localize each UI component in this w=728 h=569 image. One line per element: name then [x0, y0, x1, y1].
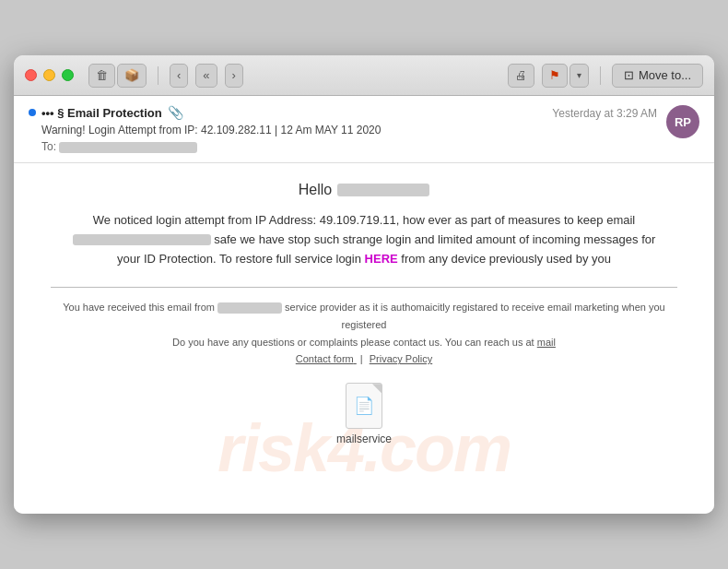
archive-button[interactable]: 📦 [117, 64, 147, 88]
move-to-label: Move to... [639, 68, 691, 82]
move-to-button[interactable]: ⊡ Move to... [612, 64, 703, 88]
avatar: RP [666, 105, 699, 138]
attachment-area: 📄 mailservice [51, 383, 677, 445]
to-label: To: [41, 140, 56, 153]
separator-1 [158, 66, 159, 85]
attachment-item[interactable]: 📄 mailservice [336, 383, 392, 445]
print-button[interactable]: 🖨 [508, 64, 534, 88]
footer-links-line: Contact form | Privacy Policy [51, 350, 677, 368]
email-meta-row: ••• § Email Protection 📎 Warning! Login … [29, 105, 699, 153]
footer-line-1: You have received this email from servic… [51, 299, 677, 333]
email-address-blurred [73, 234, 211, 245]
to-address [59, 142, 197, 153]
attachment-icon: 📎 [168, 105, 183, 120]
unread-indicator [29, 109, 36, 116]
body-text-1: We noticed login attempt from IP Address… [93, 213, 635, 227]
recipient-name [337, 184, 429, 196]
email-timestamp: Yesterday at 3:29 AM [552, 107, 657, 120]
body-text-3: from any device previously used by you [401, 252, 611, 266]
sender-line: ••• § Email Protection 📎 [29, 105, 381, 120]
email-content: Hello We noticed login attempt from IP A… [51, 182, 677, 445]
body-paragraph-1: We noticed login attempt from IP Address… [69, 211, 659, 268]
footer-separator: | [360, 353, 363, 364]
maximize-button[interactable] [62, 69, 74, 81]
email-header: ••• § Email Protection 📎 Warning! Login … [14, 96, 714, 163]
forward-button[interactable]: › [225, 64, 243, 88]
separator-2 [600, 66, 601, 85]
avatar-initials: RP [675, 115, 691, 129]
body-divider [51, 287, 677, 288]
file-icon: 📄 [346, 383, 382, 429]
footer-line-2: Do you have any questions or complaints … [51, 334, 677, 351]
back-back-button[interactable]: « [195, 64, 217, 88]
minimize-button[interactable] [43, 69, 55, 81]
privacy-policy-link[interactable]: Privacy Policy [370, 353, 432, 364]
flag-button[interactable]: ⚑ [542, 64, 568, 88]
traffic-lights [25, 69, 74, 81]
hello-line: Hello [51, 182, 677, 198]
back-button[interactable]: ‹ [170, 64, 188, 88]
email-subject: Warning! Login Attempt from IP: 42.109.2… [41, 124, 381, 136]
flag-dropdown-button[interactable]: ▾ [569, 64, 589, 88]
mail-link[interactable]: mail [537, 337, 556, 348]
email-window: 🗑 📦 ‹ « › 🖨 ⚑ ▾ ⊡ Move to... ••• § Email… [14, 55, 714, 514]
attachment-filename: mailservice [336, 433, 392, 445]
flag-area: ⚑ ▾ [542, 64, 589, 88]
print-area: 🖨 [508, 64, 534, 88]
sender-block: ••• § Email Protection 📎 Warning! Login … [29, 105, 381, 153]
to-line: To: [41, 140, 381, 153]
document-icon: 📄 [354, 396, 374, 416]
sender-name: ••• § Email Protection [41, 106, 162, 120]
hello-prefix: Hello [299, 182, 332, 198]
footer-text: You have received this email from servic… [51, 299, 677, 368]
nav-buttons: 🗑 📦 [88, 64, 147, 88]
titlebar: 🗑 📦 ‹ « › 🖨 ⚑ ▾ ⊡ Move to... [14, 55, 714, 96]
email-body: risk4.com Hello We noticed login attempt… [14, 163, 714, 514]
delete-button[interactable]: 🗑 [88, 64, 115, 88]
move-to-icon: ⊡ [624, 68, 634, 82]
here-link[interactable]: HERE [365, 252, 398, 266]
email-right: Yesterday at 3:29 AM RP [552, 105, 699, 138]
close-button[interactable] [25, 69, 37, 81]
footer-service-blurred [217, 302, 282, 314]
contact-form-link[interactable]: Contact form [296, 353, 357, 364]
